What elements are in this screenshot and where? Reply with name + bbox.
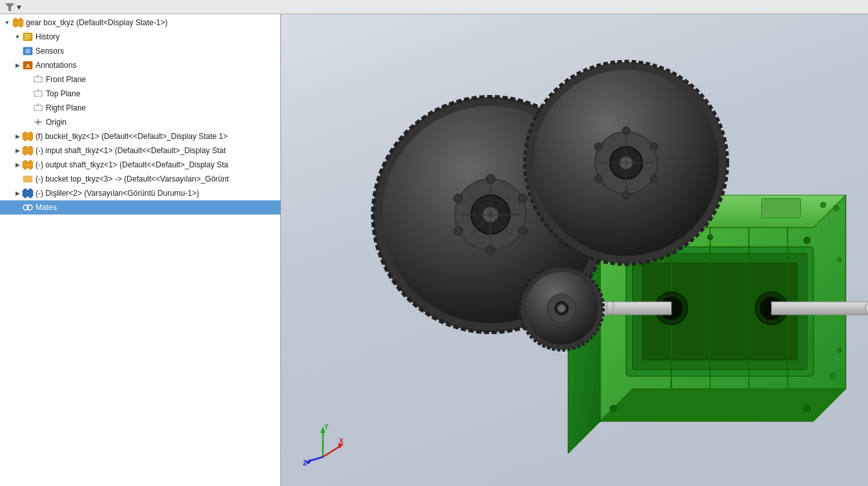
history-expand-arrow[interactable] [13,32,22,41]
output-shaft-expand[interactable] [13,160,22,169]
svg-rect-4 [14,25,17,27]
mates-item[interactable]: Mates [0,200,280,215]
plane-icon [32,74,44,85]
output-shaft-label: (-) output shaft_tkyz<1> (Default<<Defau… [36,160,229,169]
svg-rect-35 [24,160,26,163]
svg-rect-44 [29,195,32,198]
output-shaft-item[interactable]: (-) output shaft_tkyz<1> (Default<<Defau… [0,158,280,172]
svg-rect-39 [23,176,32,182]
svg-rect-37 [24,167,26,169]
annotations-label: Annotations [36,61,76,70]
svg-rect-32 [24,153,26,155]
sensors-label: Sensors [36,47,64,56]
svg-rect-3 [19,18,22,21]
svg-rect-30 [24,146,26,149]
filter-button[interactable]: ▼ [3,3,25,12]
svg-line-126 [323,446,340,457]
svg-point-62 [831,374,836,379]
svg-point-56 [804,237,811,244]
root-assembly-item[interactable]: gear box_tkyz (Default<Display State-1>) [0,16,280,30]
svg-point-46 [27,205,32,210]
input-shaft-label: (-) input shaft_tkyz<1> (Default<<Defaul… [36,146,226,155]
plane-icon-right [32,103,44,113]
svg-point-114 [595,143,603,151]
annotations-expand-arrow[interactable] [13,61,22,70]
part-yellow-icon-2 [22,145,34,156]
origin-label: Origin [46,118,67,127]
assembly-icon [12,17,25,28]
bucket-top-item[interactable]: (-) bucket top_tkyz<3> -> (Default<<Vars… [0,172,280,186]
svg-marker-0 [5,3,14,11]
svg-marker-85 [772,302,869,315]
mates-icon [22,202,34,213]
bucket-expand[interactable] [13,132,22,141]
svg-rect-19 [34,105,42,111]
origin-icon [32,117,44,127]
svg-rect-2 [14,18,17,21]
svg-text:Z: Z [303,460,307,467]
right-plane-label: Right Plane [46,103,86,112]
top-plane-item[interactable]: Top Plane [0,87,280,101]
origin-item[interactable]: Origin [0,115,280,129]
svg-rect-31 [29,146,32,149]
filter-dropdown-arrow: ▼ [16,3,23,11]
top-plane-label: Top Plane [46,89,80,98]
svg-text:A: A [26,63,30,69]
part-yellow-icon [22,131,34,142]
svg-rect-5 [19,25,22,27]
svg-rect-42 [29,189,32,191]
svg-marker-51 [601,389,846,421]
svg-rect-36 [29,160,32,163]
svg-rect-15 [34,77,42,82]
history-label: History [36,32,59,41]
3d-model-svg: /* teeth drawn below */ [281,14,868,486]
root-expand-arrow[interactable] [3,18,12,27]
svg-point-97 [486,174,495,184]
mates-label: Mates [36,203,57,212]
bucket-item[interactable]: (f) bucket_tkyz<1> (Default<<Default>_Di… [0,129,280,143]
svg-rect-72 [762,198,801,218]
svg-point-111 [650,175,658,183]
right-plane-item[interactable]: Right Plane [0,101,280,115]
svg-point-122 [558,304,566,312]
svg-rect-43 [24,195,26,198]
svg-point-113 [595,175,603,183]
3d-viewport[interactable]: /* teeth drawn below */ [281,14,868,486]
svg-point-110 [650,143,658,151]
part-sub-icon [22,174,34,184]
disliler-expand[interactable] [13,189,22,198]
svg-rect-33 [29,153,32,155]
svg-point-101 [454,226,463,235]
svg-point-100 [486,246,495,255]
plane-icon-top [32,89,44,99]
disliler-label: (-) Dişliler<2> (Varsayılan<Görüntü Duru… [36,189,199,198]
front-plane-item[interactable]: Front Plane [0,72,280,87]
input-shaft-item[interactable]: (-) input shaft_tkyz<1> (Default<<Defaul… [0,143,280,158]
svg-rect-28 [29,138,32,141]
svg-point-58 [804,405,811,412]
top-toolbar: ▼ [0,0,868,14]
disliler-item[interactable]: (-) Dişliler<2> (Varsayılan<Görüntü Duru… [0,186,280,200]
svg-point-12 [27,50,28,52]
svg-rect-25 [24,132,26,134]
annotations-item[interactable]: A Annotations [0,58,280,72]
front-plane-label: Front Plane [46,75,86,84]
history-icon [22,32,34,42]
svg-rect-17 [34,91,42,96]
history-item[interactable]: History [0,30,280,44]
svg-text:X: X [339,438,344,445]
input-shaft-expand[interactable] [13,146,22,155]
svg-text:Y: Y [324,423,329,430]
main-area: gear box_tkyz (Default<Display State-1>)… [0,14,868,486]
sensors-item[interactable]: Sensors [0,44,280,58]
feature-tree[interactable]: gear box_tkyz (Default<Display State-1>)… [0,14,280,486]
root-assembly-label: gear box_tkyz (Default<Display State-1>) [26,18,167,27]
feature-manager-panel: gear box_tkyz (Default<Display State-1>)… [0,14,281,486]
filter-icon [5,3,14,11]
sensor-icon [22,46,34,56]
svg-point-65 [838,348,842,352]
svg-point-98 [519,194,528,203]
svg-rect-41 [24,189,26,191]
svg-rect-26 [29,132,32,134]
part-yellow-icon-3 [22,160,34,170]
